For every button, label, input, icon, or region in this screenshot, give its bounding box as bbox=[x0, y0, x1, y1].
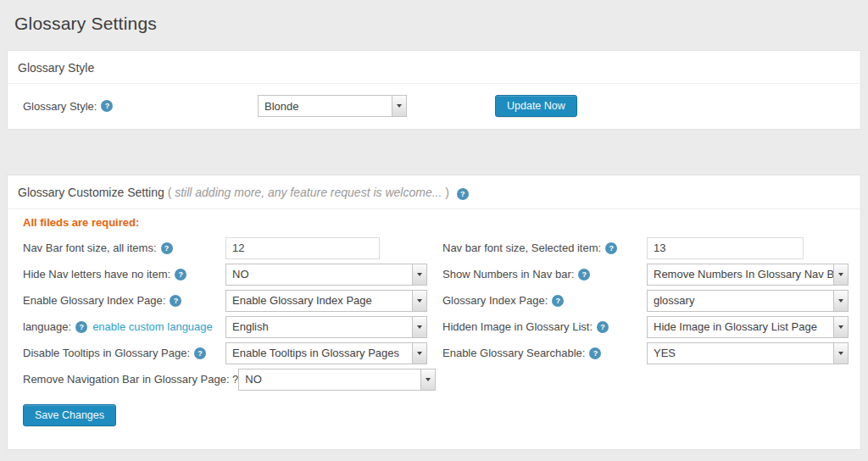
glossary-index-page-select[interactable]: glossary bbox=[647, 290, 849, 312]
form-row: Hide Nav letters have no item: ? NO bbox=[16, 261, 436, 287]
chevron-down-icon bbox=[412, 317, 426, 337]
field-label-text: Show Numbers in Nav bar: bbox=[442, 268, 574, 280]
form-row: Enable Glossary Searchable: ? YES bbox=[436, 340, 852, 366]
settings-form-grid: Nav Bar font size, all items: ? Hide Nav… bbox=[16, 235, 852, 392]
chevron-down-icon bbox=[420, 369, 435, 390]
field-label-text: Glossary Index Page: bbox=[442, 294, 548, 307]
help-icon[interactable]: ? bbox=[175, 269, 186, 280]
glossary-style-panel: Glossary Style Glossary Style: ? Blonde … bbox=[7, 50, 861, 130]
form-row: Glossary Index Page: ? glossary bbox=[436, 287, 852, 314]
form-row: Hidden Image in Glossary List: ? Hide Im… bbox=[436, 314, 852, 340]
field-label: Enable Glossary Index Page: ? bbox=[16, 294, 225, 307]
glossary-style-row: Glossary Style: ? Blonde Update Now bbox=[8, 84, 860, 129]
form-column-left: Nav Bar font size, all items: ? Hide Nav… bbox=[16, 235, 436, 392]
chevron-down-icon bbox=[392, 96, 406, 116]
help-icon[interactable]: ? bbox=[589, 347, 601, 359]
help-icon[interactable]: ? bbox=[597, 321, 609, 333]
chevron-down-icon bbox=[833, 343, 848, 364]
language-select[interactable]: English bbox=[225, 316, 427, 338]
field-label: Hidden Image in Glossary List: ? bbox=[436, 320, 647, 333]
customize-panel-title: Glossary Customize Setting bbox=[18, 186, 164, 199]
chevron-down-icon bbox=[412, 291, 426, 311]
chevron-down-icon bbox=[833, 264, 848, 285]
select-value: Remove Numbers In Glossary Nav Bar bbox=[648, 268, 833, 280]
field-label-text: Remove Navigation Bar in Glossary Page: … bbox=[23, 373, 238, 386]
remove-navigation-bar-select[interactable]: NO bbox=[238, 369, 436, 391]
field-label: language: ? enable custom language bbox=[16, 320, 225, 333]
chevron-down-icon bbox=[412, 343, 426, 364]
nav-bar-font-size-selected-item-input[interactable] bbox=[647, 237, 804, 259]
help-icon[interactable]: ? bbox=[194, 347, 206, 359]
field-label-text: Enable Glossary Index Page: bbox=[23, 294, 165, 307]
field-label: Nav bar font size, Selected item: ? bbox=[436, 242, 647, 254]
help-icon[interactable]: ? bbox=[605, 242, 617, 254]
glossary-style-select-value: Blonde bbox=[259, 100, 392, 113]
field-label-text: Nav Bar font size, all items: bbox=[23, 242, 157, 254]
glossary-settings-page: Glossary Settings Glossary Style Glossar… bbox=[0, 0, 868, 461]
enable-glossary-searchable-select[interactable]: YES bbox=[647, 342, 849, 364]
enable-glossary-index-page-select[interactable]: Enable Glossary Index Page bbox=[225, 290, 427, 312]
field-label-text: Hide Nav letters have no item: bbox=[23, 268, 170, 280]
form-row: Nav Bar font size, all items: ? bbox=[16, 235, 436, 261]
help-icon[interactable]: ? bbox=[75, 321, 87, 333]
subtitle-italic: still adding more, any feature request i… bbox=[175, 186, 442, 199]
field-label: Glossary Index Page: ? bbox=[436, 294, 647, 307]
form-row: Show Numbers in Nav bar: ? Remove Number… bbox=[436, 261, 852, 287]
paren-open: ( bbox=[168, 186, 172, 199]
page-title-bar: Glossary Settings bbox=[0, 0, 868, 49]
select-value: Enable Tooltips in Glossary Pages bbox=[226, 347, 412, 359]
select-value: NO bbox=[239, 373, 420, 386]
customize-panel-subtitle: ( still adding more, any feature request… bbox=[168, 186, 453, 199]
select-value: glossary bbox=[648, 294, 833, 307]
form-row: Disable Tooltips in Glossary Page: ? Ena… bbox=[16, 340, 436, 366]
glossary-style-panel-header: Glossary Style bbox=[8, 51, 860, 84]
form-row: Remove Navigation Bar in Glossary Page: … bbox=[16, 366, 436, 392]
field-label: Enable Glossary Searchable: ? bbox=[436, 347, 647, 359]
save-changes-button[interactable]: Save Changes bbox=[23, 404, 116, 426]
help-icon[interactable]: ? bbox=[578, 269, 590, 280]
select-value: YES bbox=[648, 347, 833, 359]
show-numbers-in-nav-bar-select[interactable]: Remove Numbers In Glossary Nav Bar bbox=[647, 264, 849, 286]
help-icon[interactable]: ? bbox=[457, 188, 469, 200]
glossary-style-label-text: Glossary Style: bbox=[23, 100, 97, 113]
glossary-customize-panel: Glossary Customize Setting ( still addin… bbox=[7, 175, 861, 450]
required-note: All fileds are required: bbox=[16, 215, 852, 230]
field-label-text: Enable Glossary Searchable: bbox=[442, 347, 585, 359]
glossary-style-select[interactable]: Blonde bbox=[258, 95, 407, 117]
customize-panel-header: Glossary Customize Setting ( still addin… bbox=[8, 175, 860, 209]
chevron-down-icon bbox=[833, 291, 848, 311]
hidden-image-in-glossary-list-select[interactable]: Hide Image in Glossary List Page bbox=[647, 316, 849, 338]
glossary-style-panel-title: Glossary Style bbox=[18, 61, 94, 75]
help-icon[interactable]: ? bbox=[170, 295, 181, 307]
chevron-down-icon bbox=[412, 264, 426, 285]
field-label: Disable Tooltips in Glossary Page: ? bbox=[16, 347, 225, 359]
field-label: Nav Bar font size, all items: ? bbox=[16, 242, 225, 254]
field-label-text: Hidden Image in Glossary List: bbox=[442, 320, 593, 333]
customize-panel-body: All fileds are required: Nav Bar font si… bbox=[8, 209, 860, 449]
update-now-button[interactable]: Update Now bbox=[495, 95, 577, 117]
chevron-down-icon bbox=[833, 317, 848, 337]
select-value: Enable Glossary Index Page bbox=[226, 294, 412, 307]
field-label: Hide Nav letters have no item: ? bbox=[16, 268, 225, 280]
form-column-right: Nav bar font size, Selected item: ? Show… bbox=[436, 235, 852, 392]
help-icon[interactable]: ? bbox=[161, 242, 173, 254]
glossary-style-label: Glossary Style: ? bbox=[16, 100, 258, 113]
field-label-text: language: bbox=[23, 320, 71, 333]
field-label: Show Numbers in Nav bar: ? bbox=[436, 268, 647, 280]
form-row: Nav bar font size, Selected item: ? bbox=[436, 235, 852, 261]
nav-bar-font-size-all-items-input[interactable] bbox=[225, 237, 380, 259]
page-title: Glossary Settings bbox=[14, 14, 157, 33]
help-icon[interactable]: ? bbox=[101, 100, 113, 112]
field-label-text: Nav bar font size, Selected item: bbox=[442, 242, 601, 254]
help-icon[interactable]: ? bbox=[552, 295, 564, 307]
field-label-text: Disable Tooltips in Glossary Page: bbox=[23, 347, 190, 359]
paren-close: ) bbox=[445, 186, 449, 199]
disable-tooltips-select[interactable]: Enable Tooltips in Glossary Pages bbox=[225, 342, 427, 364]
hide-nav-letters-select[interactable]: NO bbox=[225, 264, 427, 286]
form-row: language: ? enable custom language Engli… bbox=[16, 314, 436, 340]
field-label: Remove Navigation Bar in Glossary Page: … bbox=[16, 373, 238, 386]
select-value: English bbox=[226, 320, 412, 333]
form-row: Enable Glossary Index Page: ? Enable Glo… bbox=[16, 287, 436, 314]
select-value: Hide Image in Glossary List Page bbox=[648, 320, 833, 333]
enable-custom-language-link[interactable]: enable custom language bbox=[92, 320, 213, 333]
